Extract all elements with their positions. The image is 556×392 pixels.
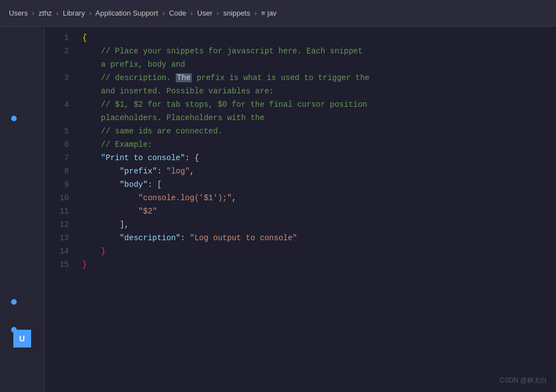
code-token: a prefix, body and: [82, 60, 185, 69]
code-token: }: [101, 247, 106, 256]
code-token: [82, 167, 120, 176]
line-content: "$2": [78, 205, 157, 218]
code-token: // same ids are connected.: [82, 127, 222, 136]
table-row: placeholders. Placeholders with the: [44, 111, 556, 125]
line-content: "console.log('$1');",: [78, 191, 236, 205]
line-content: a prefix, body and: [78, 58, 185, 71]
line-content: // Example:: [78, 138, 152, 151]
table-row: 10 "console.log('$1');",: [44, 191, 556, 205]
line-number: 8: [44, 165, 78, 178]
table-row: 13 "description": "Log output to console…: [44, 231, 556, 245]
code-token: "body": [120, 180, 147, 189]
code-token: and inserted. Possible variables are:: [82, 87, 274, 96]
line-content: {: [78, 31, 87, 44]
line-content: "Print to console": {: [78, 151, 199, 165]
table-row: and inserted. Possible variables are:: [44, 85, 556, 98]
code-token: "log": [166, 167, 190, 176]
line-number: 14: [44, 245, 78, 258]
line-number: 5: [44, 125, 78, 138]
breadcrumb-bar: Users › zthz › Library › Application Sup…: [0, 0, 556, 27]
code-token: "Log output to console": [190, 234, 297, 242]
line-content: ],: [78, 218, 129, 231]
line-number: 6: [44, 138, 78, 151]
line-number: 2: [44, 44, 78, 58]
code-token: prefix is what is used to trigger the: [192, 73, 369, 82]
table-row: 7 "Print to console": {: [44, 151, 556, 165]
line-number: 7: [44, 151, 78, 165]
line-content: "prefix": "log",: [78, 165, 195, 178]
code-token: [82, 207, 138, 216]
line-number: 1: [44, 31, 78, 44]
line-number: 9: [44, 178, 78, 191]
code-token: ],: [82, 220, 129, 229]
line-number: 13: [44, 231, 78, 245]
code-token: "Print to console": [101, 153, 185, 162]
line-number: [44, 85, 78, 98]
sidebar-u-label[interactable]: U: [13, 330, 31, 348]
line-number: 15: [44, 258, 78, 271]
line-content: }: [78, 258, 87, 271]
table-row: 12 ],: [44, 218, 556, 231]
code-token: : {: [185, 153, 199, 162]
code-token: [82, 153, 101, 162]
line-number: 10: [44, 191, 78, 205]
code-token: ,: [190, 167, 194, 176]
line-number: 11: [44, 205, 78, 218]
watermark-text: CSDN @林太白: [499, 376, 547, 384]
code-token: "$2": [138, 207, 157, 216]
code-token: // Place your snippets for javascript he…: [82, 47, 363, 56]
line-number: 12: [44, 218, 78, 231]
line-number: [44, 111, 78, 125]
code-token: : [: [148, 180, 162, 189]
line-content: // same ids are connected.: [78, 125, 222, 138]
line-number: 3: [44, 71, 78, 85]
line-content: and inserted. Possible variables are:: [78, 85, 274, 98]
table-row: 9 "body": [: [44, 178, 556, 191]
code-token: "console.log('$1');": [138, 193, 232, 202]
code-token: The: [176, 73, 192, 82]
code-token: [82, 234, 120, 242]
table-row: 5 // same ids are connected.: [44, 125, 556, 138]
table-row: 15}: [44, 258, 556, 271]
code-token: [82, 247, 101, 256]
code-token: :: [157, 167, 166, 176]
watermark: CSDN @林太白: [499, 376, 547, 385]
table-row: 3 // description. The prefix is what is …: [44, 71, 556, 85]
line-number: [44, 58, 78, 71]
code-token: "description": [120, 234, 180, 242]
line-number: 4: [44, 98, 78, 111]
code-area: 1{2 // Place your snippets for javascrip…: [44, 27, 556, 392]
code-token: // Example:: [82, 140, 152, 149]
code-token: }: [82, 260, 87, 269]
line-content: "description": "Log output to console": [78, 231, 297, 245]
table-row: 4 // $1, $2 for tab stops, $0 for the fi…: [44, 98, 556, 111]
line-content: }: [78, 245, 106, 258]
table-row: 1{: [44, 31, 556, 44]
breadcrumb: Users › zthz › Library › Application Sup…: [9, 9, 276, 17]
line-content: placeholders. Placeholders with the: [78, 111, 265, 125]
code-token: ,: [232, 193, 236, 202]
line-content: "body": [: [78, 178, 162, 191]
code-token: "prefix": [120, 167, 157, 176]
editor-container: U 1{2 // Place your snippets for javascr…: [0, 27, 556, 392]
sidebar-dot-2: [11, 299, 17, 305]
table-row: 14 }: [44, 245, 556, 258]
code-token: // description.: [82, 73, 176, 82]
line-content: // Place your snippets for javascript he…: [78, 44, 363, 58]
code-token: placeholders. Placeholders with the: [82, 113, 265, 122]
code-token: :: [180, 234, 190, 242]
code-token: {: [82, 33, 87, 42]
sidebar-dot-1: [11, 116, 17, 121]
code-content: 1{2 // Place your snippets for javascrip…: [44, 27, 556, 276]
table-row: 8 "prefix": "log",: [44, 165, 556, 178]
left-sidebar: U: [0, 27, 44, 392]
line-content: // description. The prefix is what is us…: [78, 71, 370, 85]
code-token: [82, 193, 138, 202]
code-token: [82, 180, 120, 189]
table-row: 6 // Example:: [44, 138, 556, 151]
table-row: 11 "$2": [44, 205, 556, 218]
code-token: // $1, $2 for tab stops, $0 for the fina…: [82, 100, 367, 109]
table-row: a prefix, body and: [44, 58, 556, 71]
table-row: 2 // Place your snippets for javascript …: [44, 44, 556, 58]
line-content: // $1, $2 for tab stops, $0 for the fina…: [78, 98, 367, 111]
